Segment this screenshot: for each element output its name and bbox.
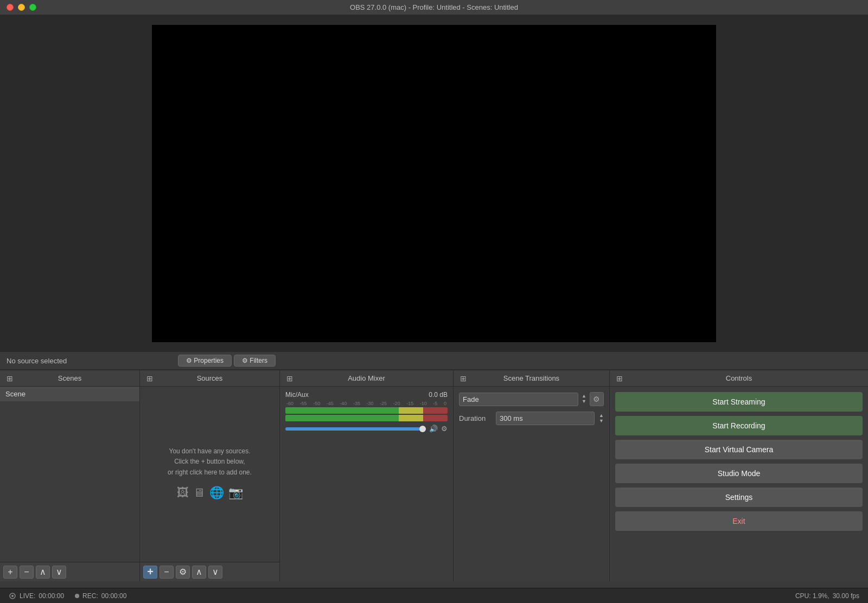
audio-slider-row: 🔊 ⚙ <box>285 425 448 433</box>
fps-label: 30.00 fps <box>833 592 859 600</box>
audio-track: Mic/Aux 0.0 dB -60 -55 -50 -45 -40 -35 -… <box>280 387 453 437</box>
close-button[interactable] <box>7 4 14 11</box>
controls-panel-body: Start Streaming Start Recording Start Vi… <box>610 387 868 581</box>
transitions-panel-title: Scene Transitions <box>503 374 559 382</box>
audio-track-header: Mic/Aux 0.0 dB <box>285 391 448 399</box>
image-source-icon: 🖼 <box>177 483 189 502</box>
camera-source-icon: 📷 <box>228 483 243 502</box>
bottom-status-bar: LIVE: 00:00:00 REC: 00:00:00 CPU: 1.9%, … <box>0 588 868 603</box>
cpu-label: CPU: 1.9%, <box>795 592 829 600</box>
title-bar: OBS 27.0.0 (mac) - Profile: Untitled - S… <box>0 0 868 15</box>
controls-panel-title: Controls <box>726 374 752 382</box>
settings-button[interactable]: Settings <box>615 487 863 507</box>
rec-status: REC: 00:00:00 <box>75 592 126 600</box>
duration-row: Duration ▲ ▼ <box>459 412 604 425</box>
sources-settings-button[interactable]: ⚙ <box>176 566 190 579</box>
svg-point-1 <box>11 595 14 597</box>
properties-button[interactable]: ⚙ Properties <box>178 355 232 367</box>
studio-mode-button[interactable]: Studio Mode <box>615 464 863 483</box>
controls-panel-header: ⊞ Controls <box>610 370 868 387</box>
scene-item[interactable]: Scene <box>0 387 139 402</box>
preview-canvas <box>152 25 716 342</box>
sources-panel: ⊞ Sources You don't have any sources. Cl… <box>140 370 280 581</box>
sources-empty-state: You don't have any sources. Click the + … <box>140 387 279 562</box>
maximize-button[interactable] <box>29 4 36 11</box>
start-recording-button[interactable]: Start Recording <box>615 416 863 435</box>
audio-mixer-body: Mic/Aux 0.0 dB -60 -55 -50 -45 -40 -35 -… <box>280 387 453 581</box>
audio-track-name: Mic/Aux <box>285 391 309 399</box>
scenes-remove-button[interactable]: − <box>20 566 34 579</box>
controls-panel: ⊞ Controls Start Streaming Start Recordi… <box>610 370 868 581</box>
rec-label: REC: <box>82 592 98 600</box>
audio-expand-icon[interactable]: ⊞ <box>285 374 294 383</box>
scene-transitions-panel: ⊞ Scene Transitions Fade ▲ ▼ ⚙ Duration <box>454 370 610 581</box>
no-source-label: No source selected <box>0 357 174 365</box>
status-bar: No source selected ⚙ Properties ⚙ Filter… <box>0 351 868 370</box>
sources-panel-body[interactable]: You don't have any sources. Click the + … <box>140 387 279 562</box>
transitions-panel-body: Fade ▲ ▼ ⚙ Duration ▲ ▼ <box>454 387 609 581</box>
start-virtual-camera-button[interactable]: Start Virtual Camera <box>615 440 863 459</box>
preview-area <box>0 15 868 351</box>
live-time: 00:00:00 <box>39 592 64 600</box>
exit-button[interactable]: Exit <box>615 511 863 531</box>
scenes-add-button[interactable]: + <box>3 566 17 579</box>
display-source-icon: 🖥 <box>193 483 205 502</box>
rec-time: 00:00:00 <box>101 592 127 600</box>
window-title: OBS 27.0.0 (mac) - Profile: Untitled - S… <box>350 3 518 11</box>
live-status: LIVE: 00:00:00 <box>9 592 64 600</box>
transition-settings-button[interactable]: ⚙ <box>590 392 604 406</box>
audio-mixer-panel: ⊞ Audio Mixer Mic/Aux 0.0 dB -60 -55 -50… <box>280 370 454 581</box>
audio-meter-top <box>285 407 448 414</box>
cpu-status: CPU: 1.9%, 30.00 fps <box>795 592 859 600</box>
scenes-expand-icon[interactable]: ⊞ <box>5 374 14 383</box>
sources-panel-footer: + − ⚙ ∧ ∨ <box>140 562 279 581</box>
status-buttons: ⚙ Properties ⚙ Filters <box>174 355 276 367</box>
audio-mute-button[interactable]: 🔊 <box>429 425 438 433</box>
source-type-icons: 🖼 🖥 🌐 📷 <box>177 483 243 502</box>
scenes-move-down-button[interactable]: ∨ <box>52 566 66 579</box>
controls-expand-icon[interactable]: ⊞ <box>615 374 624 383</box>
rec-dot <box>75 594 79 598</box>
audio-settings-button[interactable]: ⚙ <box>441 425 448 433</box>
sources-panel-title: Sources <box>197 374 223 382</box>
scenes-panel-header: ⊞ Scenes <box>0 370 139 387</box>
scenes-move-up-button[interactable]: ∧ <box>36 566 50 579</box>
scenes-panel-title: Scenes <box>58 374 81 382</box>
duration-arrows[interactable]: ▲ ▼ <box>599 413 604 424</box>
sources-move-up-button[interactable]: ∧ <box>192 566 206 579</box>
sources-move-down-button[interactable]: ∨ <box>208 566 222 579</box>
minimize-button[interactable] <box>18 4 25 11</box>
browser-source-icon: 🌐 <box>209 483 224 502</box>
traffic-lights <box>7 4 36 11</box>
meter-label-row: -60 -55 -50 -45 -40 -35 -30 -25 -20 -15 … <box>285 401 448 406</box>
audio-meter-bottom <box>285 415 448 421</box>
scenes-panel-footer: + − ∧ ∨ <box>0 562 139 581</box>
audio-mixer-title: Audio Mixer <box>348 374 385 382</box>
transition-type-select[interactable]: Fade <box>459 393 578 406</box>
sources-add-button[interactable]: + <box>143 566 157 579</box>
sources-panel-header: ⊞ Sources <box>140 370 279 387</box>
transitions-expand-icon[interactable]: ⊞ <box>459 374 468 383</box>
audio-mixer-header: ⊞ Audio Mixer <box>280 370 453 387</box>
audio-volume-slider[interactable] <box>285 427 426 431</box>
transitions-body: Fade ▲ ▼ ⚙ Duration ▲ ▼ <box>454 387 609 431</box>
scenes-panel-body: Scene <box>0 387 139 562</box>
duration-label: Duration <box>459 414 492 422</box>
scenes-panel: ⊞ Scenes Scene + − ∧ ∨ <box>0 370 140 581</box>
sources-expand-icon[interactable]: ⊞ <box>145 374 154 383</box>
filters-button[interactable]: ⚙ Filters <box>234 355 276 367</box>
live-label: LIVE: <box>20 592 35 600</box>
duration-input[interactable] <box>496 412 595 425</box>
panels-row: ⊞ Scenes Scene + − ∧ ∨ ⊞ Sources You don… <box>0 370 868 581</box>
sources-remove-button[interactable]: − <box>159 566 174 579</box>
transition-select-row: Fade ▲ ▼ ⚙ <box>459 392 604 406</box>
start-streaming-button[interactable]: Start Streaming <box>615 392 863 412</box>
transitions-panel-header: ⊞ Scene Transitions <box>454 370 609 387</box>
live-icon <box>9 592 16 600</box>
transition-spinner[interactable]: ▲ ▼ <box>582 394 586 405</box>
audio-track-db: 0.0 dB <box>429 391 448 399</box>
